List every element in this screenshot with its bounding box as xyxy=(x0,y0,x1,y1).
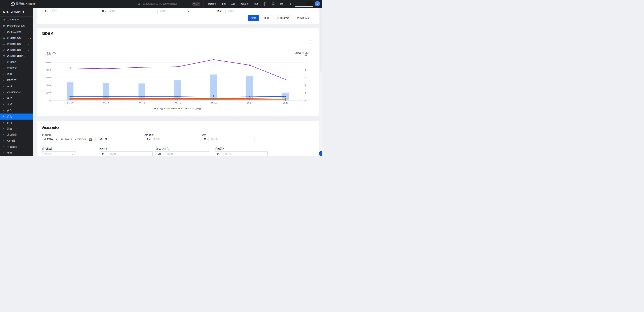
svg-text:09–16: 09–16 xyxy=(67,102,73,104)
svg-text:10: 10 xyxy=(304,61,307,64)
svg-text:0: 0 xyxy=(304,100,306,102)
svg-text:09–21: 09–21 xyxy=(246,102,252,104)
svg-text:2: 2 xyxy=(304,92,306,94)
svg-text:09–17: 09–17 xyxy=(103,102,109,104)
svg-text:6,000: 6,000 xyxy=(46,54,51,56)
svg-text:09–22: 09–22 xyxy=(282,102,288,104)
svg-text:8: 8 xyxy=(304,69,306,71)
svg-text:12: 12 xyxy=(304,54,307,56)
svg-text:4,000: 4,000 xyxy=(46,69,51,71)
svg-text:6: 6 xyxy=(304,76,306,79)
svg-text:0: 0 xyxy=(50,100,51,102)
svg-text:09–20: 09–20 xyxy=(211,102,216,104)
svg-text:09–19: 09–19 xyxy=(175,102,181,104)
svg-text:RUN: RUN xyxy=(2,44,5,45)
svg-text:09–18: 09–18 xyxy=(139,102,145,104)
svg-text:3,000: 3,000 xyxy=(46,76,51,79)
svg-text:2,000: 2,000 xyxy=(46,84,51,86)
svg-text:4: 4 xyxy=(304,84,306,86)
svg-text:1,000: 1,000 xyxy=(46,92,51,94)
svg-text:5,000: 5,000 xyxy=(46,61,51,64)
svg-text:上报量（百万）: 上报量（百万） xyxy=(295,52,309,54)
